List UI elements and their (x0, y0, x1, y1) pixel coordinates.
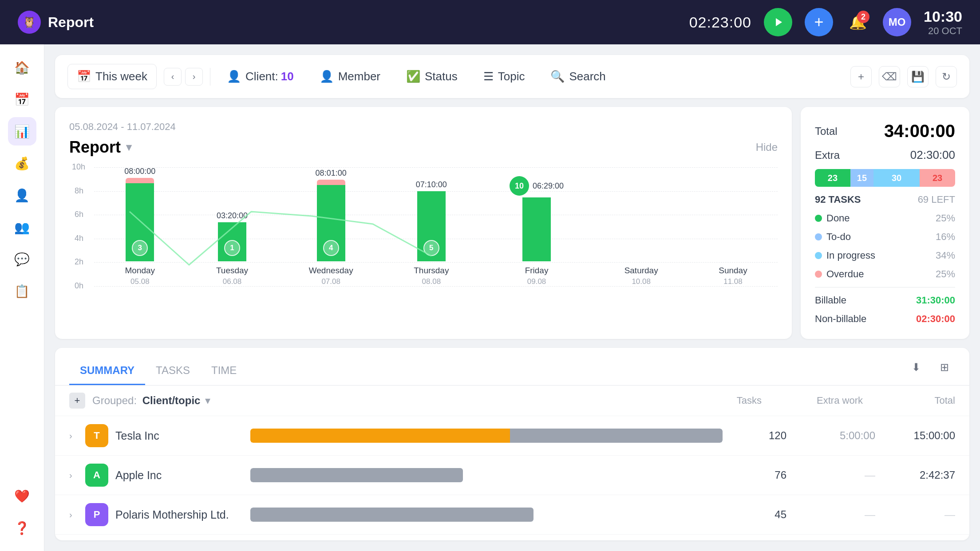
chart-date-range: 05.08.2024 - 11.07.2024 (69, 121, 778, 133)
client-filter-label: Client:10 (245, 70, 294, 83)
chart-title: Report ▾ (69, 138, 131, 157)
chart-card: 05.08.2024 - 11.07.2024 Report ▾ Hide 10… (55, 107, 792, 339)
sidebar: 🏠 📅 📊 💰 👤 👥 💬 📋 ❤️ ❓ (0, 44, 44, 551)
col-tasks: Tasks (691, 395, 762, 406)
search-icon: 🔍 (550, 70, 565, 83)
table-row[interactable]: › C Coop Inc 8 — — (55, 535, 969, 540)
sidebar-item-calendar[interactable]: 📅 (8, 85, 36, 114)
col-extra: Extra work (765, 395, 863, 406)
clock-date: 20 OCT (924, 25, 962, 37)
tab-time[interactable]: TIME (201, 357, 247, 385)
member-filter[interactable]: 👤 Member (310, 64, 390, 89)
client-filter[interactable]: 👤 Client:10 (217, 64, 303, 89)
table-row[interactable]: › P Polaris Mothership Ltd. 45 — — (55, 495, 969, 535)
row-avatar-polaris: P (85, 503, 108, 526)
play-button[interactable] (764, 8, 792, 36)
date-label: This week (95, 70, 147, 83)
notification-badge: 2 (857, 11, 869, 23)
sidebar-item-help[interactable]: ❓ (8, 514, 36, 542)
billable-row: Billable 31:30:00 (815, 295, 955, 306)
status-filter[interactable]: ✅ Status (397, 64, 467, 89)
total-value: 34:00:00 (884, 121, 955, 141)
search-label: Search (569, 70, 605, 83)
add-filter-button[interactable]: + (850, 66, 872, 87)
sidebar-item-report[interactable]: 📊 (8, 117, 36, 146)
row-name-polaris: Polaris Mothership Ltd. (115, 508, 240, 521)
nonbillable-value: 02:30:00 (916, 313, 955, 325)
chart-bars: 08:00:00 3 Monday 05.08 (94, 167, 778, 286)
row-expand[interactable]: › (69, 510, 85, 520)
add-button[interactable]: + (805, 8, 833, 36)
row-expand[interactable]: › (69, 431, 85, 441)
sidebar-item-money[interactable]: 💰 (8, 149, 36, 177)
bar-wednesday: 08:01:00 4 Wednesday 07.08 (309, 169, 353, 286)
calendar-icon: 📅 (77, 70, 91, 83)
row-expand[interactable]: › (69, 470, 85, 480)
date-filter[interactable]: 📅 This week (67, 64, 157, 89)
chart-section: 05.08.2024 - 11.07.2024 Report ▾ Hide 10… (55, 107, 969, 339)
client-icon: 👤 (227, 70, 241, 83)
overdue-dot (815, 271, 822, 278)
filter-actions: + ⌫ 💾 ↻ (850, 66, 957, 87)
table-row[interactable]: › A Apple Inc 76 — 2:42:37 (55, 456, 969, 495)
inprogress-pct: 34% (936, 250, 955, 261)
todo-stat: To-do 16% (815, 231, 955, 243)
extra-label: Extra (815, 149, 840, 161)
bar-sunday: — Sunday 11.08 (719, 248, 747, 286)
avatar[interactable]: MO (883, 8, 911, 36)
progress-bar: 23 15 30 23 (815, 169, 955, 187)
summary-section: SUMMARY TASKS TIME ⬇ ⊞ + Grouped: Client… (55, 348, 969, 540)
logo-icon: 🦉 (18, 11, 41, 34)
tasks-left: 69 LEFT (918, 194, 955, 205)
topic-filter[interactable]: ☰ Topic (474, 64, 534, 89)
timer-display: 02:23:00 (689, 14, 751, 31)
bar-chart: 10h 8h 6h 4h 2h 0h 08:00:00 (69, 167, 778, 309)
row-avatar-tesla: T (85, 424, 108, 447)
group-chevron[interactable]: ▾ (205, 394, 210, 406)
download-button[interactable]: ⬇ (905, 357, 927, 378)
sidebar-item-team[interactable]: 👥 (8, 213, 36, 241)
tab-summary[interactable]: SUMMARY (69, 357, 145, 385)
row-avatar-apple: A (85, 464, 108, 487)
inprogress-stat: In progress 34% (815, 250, 955, 261)
table-row[interactable]: › T Tesla Inc 120 5:00:00 15:00:00 (55, 416, 969, 456)
search-filter[interactable]: 🔍 Search (541, 64, 615, 89)
main-content: 📅 This week ‹ › 👤 Client:10 👤 Member (44, 44, 980, 551)
extra-value: 02:30:00 (910, 148, 955, 162)
app-title: Report (48, 14, 94, 31)
refresh-filter-button[interactable]: ↻ (936, 66, 957, 87)
chart-title-chevron[interactable]: ▾ (126, 141, 131, 153)
svg-marker-0 (776, 18, 782, 26)
done-stat: Done 25% (815, 213, 955, 224)
topic-label: Topic (498, 70, 525, 83)
sidebar-item-clients[interactable]: 👤 (8, 181, 36, 209)
notification-button[interactable]: 🔔 2 (846, 10, 870, 35)
bar-friday: 10 06:29:00 Friday 09.08 (510, 176, 564, 286)
tab-tasks[interactable]: TASKS (145, 357, 201, 385)
row-tasks-apple: 76 (733, 469, 786, 481)
topbar-right: 02:23:00 + 🔔 2 MO 10:30 20 OCT (689, 8, 962, 37)
overdue-stat: Overdue 25% (815, 268, 955, 280)
delete-filter-button[interactable]: ⌫ (879, 66, 900, 87)
progress-inprogress: 30 (873, 169, 920, 187)
sidebar-item-chat[interactable]: 💬 (8, 245, 36, 273)
hide-button[interactable]: Hide (756, 141, 778, 153)
progress-overdue: 23 (920, 169, 955, 187)
sidebar-item-home[interactable]: 🏠 (8, 53, 36, 82)
filter-separator (210, 68, 210, 86)
group-icon[interactable]: + (69, 393, 85, 409)
tasks-row: 92 TASKS 69 LEFT (815, 194, 955, 205)
sidebar-item-favorites[interactable]: ❤️ (8, 482, 36, 510)
sidebar-item-tasks[interactable]: 📋 (8, 277, 36, 305)
prev-week-button[interactable]: ‹ (164, 68, 182, 86)
topbar: 🦉 Report 02:23:00 + 🔔 2 MO 10:30 20 OCT (0, 0, 980, 44)
row-tasks-tesla: 120 (733, 429, 786, 442)
filter-bar: 📅 This week ‹ › 👤 Client:10 👤 Member (55, 55, 969, 98)
col-total: Total (866, 395, 955, 406)
bar-tuesday: 03:20:00 1 Tuesday 06.08 (216, 211, 248, 286)
save-filter-button[interactable]: 💾 (907, 66, 929, 87)
table-view-button[interactable]: ⊞ (934, 357, 955, 378)
billable-value: 31:30:00 (916, 295, 955, 306)
next-week-button[interactable]: › (185, 68, 203, 86)
row-bar-polaris (250, 508, 723, 522)
